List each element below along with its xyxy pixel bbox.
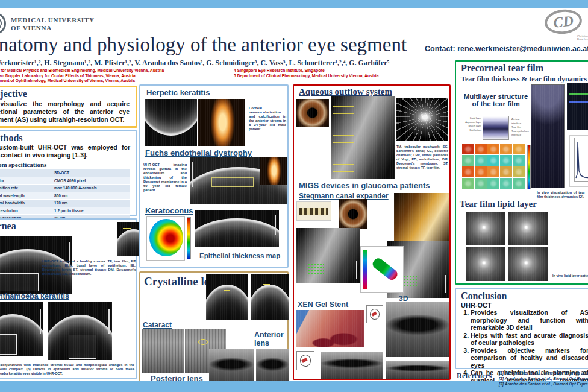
conclusion-item: Provides visualization of AS morphology … (471, 309, 588, 332)
cornea-caption: UHR-OCT image of a healthy cornea. TF, t… (42, 259, 136, 276)
acanthamoeba-caption: (a) Keratoconjunctivitis with thickened … (0, 363, 134, 376)
anterior-lens-label: Anterior lens (254, 330, 287, 347)
spec-label: Spectral bandwidth (0, 201, 54, 205)
tear-map-tile (487, 155, 499, 166)
cataract-oct-1 (142, 329, 184, 373)
spec-value: 1.2 µm in tissue (54, 209, 130, 213)
herpetic-heading: Herpetic keratitis (146, 88, 210, 97)
herpetic-caption: Corneal neovascularization and calcifica… (249, 106, 286, 131)
xen-bleb-oct-2 (321, 352, 383, 379)
keratoconus-map-panel (146, 216, 185, 261)
spec-row: Axial resolution1.2 µm in tissue (0, 207, 130, 215)
tear-map-row (462, 166, 525, 178)
author-list: R. Werkmeister¹,², H. Stegmann¹,², M. Pf… (0, 58, 431, 68)
acanthamoeba-dome-b (48, 315, 112, 360)
poster-title: Anatomy and physiology of the anterior e… (0, 34, 454, 56)
reference-item: [3] Aranha dos Santos et al., Biomed Opt… (499, 381, 588, 387)
layer-label: Air-tear interface (511, 118, 530, 125)
spec-label: Axial resolution (0, 209, 54, 213)
stegmann-oct-1 (296, 228, 360, 283)
keratoconus-heatmap (149, 219, 183, 256)
cd-logo-text: CD (552, 13, 574, 31)
tear-map-tile (487, 166, 499, 177)
multilayer-left-labels: Lipid layerAqueous layerMucin layerEpith… (461, 116, 481, 132)
contact-label: Contact: (425, 45, 455, 53)
eye-photo (296, 99, 329, 127)
scale-bar (275, 215, 276, 235)
tear-map-tile (513, 144, 525, 154)
tear-map-tile (487, 178, 499, 189)
annotation-mark (123, 228, 131, 229)
spec-row: Spectral bandwidth170 nm (0, 200, 130, 207)
affiliation-line: 1 Center for Medical Physics and Biomedi… (0, 68, 224, 74)
tear-map-tile (500, 144, 512, 154)
affiliations-right: 4 Singapore Eye Research Institute, Sing… (234, 68, 433, 78)
posterior-lens-oct-1 (209, 349, 254, 385)
spec-row: Acquisition ratemax 140.000 A-scans/s (0, 185, 130, 192)
herpetic-slitlamp-photo (198, 99, 245, 146)
objective-box: Objective To visualize the morphology an… (0, 86, 137, 128)
canal-expander-photo (296, 201, 331, 221)
poster-body: MEDICAL UNIVERSITY OF VIENNA Anatomy and… (0, 0, 588, 392)
scale-bar (40, 309, 41, 334)
cd-logo-caption: Christian Doppler Forschungsgesellschaft (577, 35, 588, 41)
tear-map-tile (462, 178, 474, 189)
tear-map-row (462, 155, 525, 166)
conclusion-item: Helps with fast and acurate diagnosis of… (471, 332, 588, 347)
lipid-layer-image-1 (466, 212, 505, 245)
conclusion-heading: Conclusion (461, 291, 588, 302)
xen-bleb-oct-3 (386, 361, 449, 379)
spec-label: Detector (0, 179, 54, 183)
tear-map-tile (500, 178, 512, 189)
spec-value: CMOS 4096 pixel (54, 179, 130, 183)
annotation-mark (263, 284, 270, 285)
migs-heading: MIGS devices in glaucoma patients (299, 181, 430, 190)
affiliation-line: 4 Singapore Eye Research Institute, Sing… (234, 68, 433, 74)
medical-university-name: MEDICAL UNIVERSITY OF VIENNA (11, 16, 95, 32)
segmented-canal-3d (371, 256, 399, 282)
annotation-mark (378, 165, 389, 165)
cornea-box: Cornea UHR-OCT image of a healthy cornea… (0, 218, 137, 379)
acanthamoeba-inset-a (0, 334, 17, 355)
objective-text: To visualize the morphology and acquire … (0, 100, 130, 124)
acanthamoeba-dome-a (0, 314, 43, 356)
fuchs-heading: Fuchs endothelial dystrophy (145, 148, 252, 157)
lens-box: Crystalline lens Cataract Anterior lens … (139, 271, 289, 386)
methods-heading: Methods (0, 133, 130, 144)
tearfilm-segmentation-image (567, 83, 588, 130)
scale-bar (108, 309, 110, 334)
tear-layer-gradient (483, 116, 509, 140)
methods-box: Methods A custom-built UHR-OCT was emplo… (0, 130, 137, 216)
fuchs-slitlamp-photo (260, 157, 287, 185)
affiliation-line: 5 Department of Clinical Pharmacology, M… (234, 74, 433, 79)
spec-label: Acquisition rate (0, 186, 54, 190)
contact-email-link[interactable]: rene.werkmeister@meduniwien.ac.at (457, 45, 588, 53)
contact-line: Contact: rene.werkmeister@meduniwien.ac.… (425, 45, 588, 53)
eye-schematic-icon (366, 305, 383, 323)
tear-map-row (462, 144, 525, 155)
tear-map-tile (475, 166, 487, 177)
lipid-layer-image-4 (508, 247, 548, 281)
spec-value: 800 nm (54, 194, 130, 198)
anterior-lens-oct-1 (206, 274, 248, 320)
epithelial-map-label: Epithelial thickness map (199, 252, 280, 259)
spec-value: 170 nm (54, 201, 130, 205)
lipid-layer-image-2 (508, 212, 548, 245)
scale-bar (445, 275, 446, 293)
segmentation-dots (307, 263, 324, 274)
spec-value: SD-OCT (54, 171, 130, 175)
lipid-caption: In vivo lipid layer patterns [3]. (552, 274, 588, 278)
scale-bar (356, 261, 357, 279)
tear-map-tile (513, 166, 525, 177)
conclusion-subheading: UHR-OCT (461, 302, 588, 309)
angle-oct-image (331, 96, 395, 179)
annotation-circle (198, 339, 208, 345)
tear-map-tile (513, 155, 525, 166)
segmentation-3d-panel (360, 246, 404, 293)
reference-item: [2] Aranha dos Santos et al., Biomed Opt… (499, 376, 588, 381)
spec-table: TypeSD-OCTDetectorCMOS 4096 pixelAcquisi… (0, 169, 130, 222)
methods-intro: A custom-built UHR-OCT was employed for … (0, 144, 130, 159)
references-label: References (457, 371, 492, 380)
cd-society-logo-icon: CD (543, 8, 583, 36)
aqueous-box: Aqueous outflow system TM, trabecular me… (293, 84, 451, 380)
